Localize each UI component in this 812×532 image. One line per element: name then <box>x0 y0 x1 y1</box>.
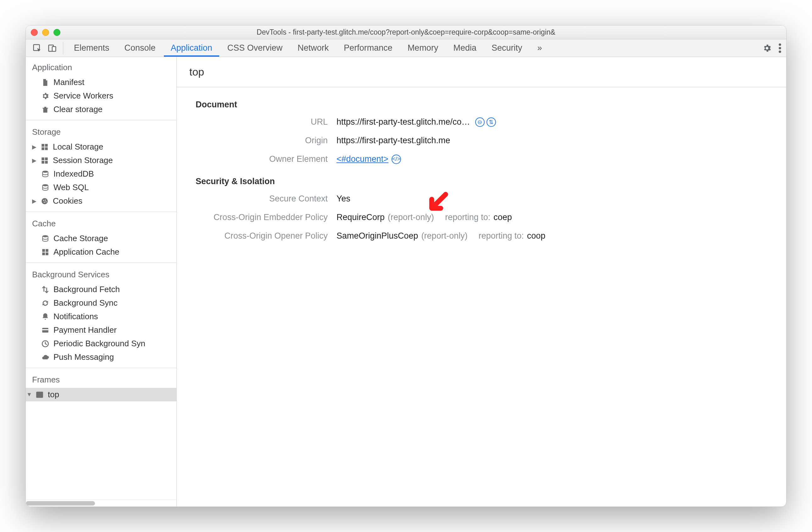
card-icon <box>41 326 50 335</box>
db-icon <box>41 234 50 243</box>
owner-element-link[interactable]: <#document> <box>336 154 388 164</box>
window-icon <box>35 390 44 399</box>
sidebar-item-web-sql[interactable]: Web SQL <box>26 181 176 194</box>
window-titlebar: DevTools - first-party-test.glitch.me/co… <box>26 26 786 39</box>
coop-reporting-label: reporting to: <box>479 231 524 241</box>
svg-point-9 <box>43 200 44 201</box>
db-icon <box>41 170 50 179</box>
reveal-element-icon[interactable]: </> <box>392 155 401 164</box>
cloud-icon <box>41 353 50 362</box>
tab-css-overview[interactable]: CSS Overview <box>220 39 290 57</box>
sidebar-item-application-cache[interactable]: Application Cache <box>26 245 176 259</box>
sidebar-item-session-storage[interactable]: ▶Session Storage <box>26 154 176 167</box>
bell-icon <box>41 312 50 321</box>
sidebar-item-periodic-background-syn[interactable]: Periodic Background Syn <box>26 337 176 350</box>
tab-memory[interactable]: Memory <box>401 39 445 57</box>
settings-icon[interactable] <box>762 43 772 53</box>
coep-mode: (report-only) <box>388 212 434 222</box>
coop-label: Cross-Origin Opener Policy <box>195 231 328 241</box>
sidebar-item-clear-storage[interactable]: Clear storage <box>26 103 176 116</box>
sidebar-item-label: IndexedDB <box>54 169 94 179</box>
devtools-window: DevTools - first-party-test.glitch.me/co… <box>26 25 786 507</box>
tab-network[interactable]: Network <box>291 39 336 57</box>
sidebar-item-label: Service Workers <box>54 91 113 101</box>
window-title: DevTools - first-party-test.glitch.me/co… <box>26 28 786 37</box>
coep-value: RequireCorp <box>336 212 385 222</box>
svg-rect-17 <box>37 392 43 397</box>
section-document-title: Document <box>195 100 786 110</box>
sidebar-group-storage: Storage <box>26 122 176 140</box>
sidebar-item-label: Web SQL <box>54 183 89 192</box>
coep-reporting-value: coep <box>493 212 512 222</box>
sidebar-group-frames: Frames <box>26 369 176 388</box>
sidebar-item-indexeddb[interactable]: IndexedDB <box>26 167 176 181</box>
svg-point-13 <box>42 235 48 237</box>
chevron-right-icon[interactable]: ▶ <box>31 157 37 164</box>
copy-url-icon[interactable]: ⊝ <box>475 117 484 127</box>
tab-application[interactable]: Application <box>164 39 219 57</box>
tab-security[interactable]: Security <box>484 39 529 57</box>
sidebar-item-label: Notifications <box>54 312 98 321</box>
sidebar-item-cookies[interactable]: ▶Cookies <box>26 194 176 208</box>
clock-icon <box>41 339 50 348</box>
tabs-overflow-button[interactable]: » <box>530 39 549 57</box>
svg-point-3 <box>779 43 781 46</box>
sidebar-item-label: Payment Handler <box>54 325 117 335</box>
tab-console[interactable]: Console <box>118 39 163 57</box>
sidebar-item-label: Session Storage <box>53 155 113 165</box>
sidebar-item-label: Background Fetch <box>54 284 120 294</box>
coop-value: SameOriginPlusCoep <box>336 231 418 241</box>
section-security-title: Security & Isolation <box>195 177 786 186</box>
sidebar-item-label: Clear storage <box>54 104 102 114</box>
sidebar-item-background-fetch[interactable]: Background Fetch <box>26 283 176 296</box>
sidebar-item-manifest[interactable]: Manifest <box>26 75 176 89</box>
sidebar-item-label: Cookies <box>53 196 83 206</box>
sync-icon <box>41 299 50 308</box>
sidebar-item-payment-handler[interactable]: Payment Handler <box>26 323 176 337</box>
svg-point-5 <box>779 51 781 53</box>
chevron-right-icon[interactable]: ▶ <box>31 143 37 151</box>
svg-point-12 <box>46 201 46 202</box>
reveal-in-network-icon[interactable]: ⇅ <box>487 117 496 127</box>
tab-elements[interactable]: Elements <box>67 39 116 57</box>
sidebar-group-application: Application <box>26 57 176 75</box>
sidebar-item-label: Push Messaging <box>54 352 114 362</box>
secure-context-label: Secure Context <box>195 194 328 204</box>
sidebar-item-cache-storage[interactable]: Cache Storage <box>26 232 176 245</box>
svg-point-10 <box>45 199 46 200</box>
coep-label: Cross-Origin Embedder Policy <box>195 212 328 222</box>
sidebar-item-notifications[interactable]: Notifications <box>26 310 176 323</box>
owner-element-label: Owner Element <box>195 154 328 164</box>
more-options-icon[interactable] <box>779 43 781 53</box>
sidebar-horizontal-scrollbar[interactable] <box>26 500 176 506</box>
chevron-right-icon[interactable]: ▶ <box>31 198 37 205</box>
sidebar-item-label: Application Cache <box>54 247 119 257</box>
chevron-down-icon[interactable]: ▼ <box>26 391 32 398</box>
url-value: https://first-party-test.glitch.me/co… <box>336 117 470 127</box>
grid-icon <box>40 143 49 151</box>
db-icon <box>41 183 50 192</box>
sidebar-item-background-sync[interactable]: Background Sync <box>26 296 176 310</box>
coop-mode: (report-only) <box>421 231 468 241</box>
sidebar-item-service-workers[interactable]: Service Workers <box>26 89 176 103</box>
cookie-icon <box>40 197 49 206</box>
svg-point-11 <box>44 201 45 202</box>
grid-icon <box>40 156 49 165</box>
coep-reporting-label: reporting to: <box>445 212 490 222</box>
tab-performance[interactable]: Performance <box>337 39 400 57</box>
svg-rect-2 <box>52 46 56 51</box>
sidebar-item-label: Background Sync <box>54 298 118 308</box>
device-toolbar-icon[interactable] <box>45 41 59 55</box>
application-main-panel: top Document URL https://first-party-tes… <box>177 57 786 506</box>
sidebar-item-label: Periodic Background Syn <box>54 339 145 349</box>
tab-media[interactable]: Media <box>446 39 483 57</box>
sidebar-item-push-messaging[interactable]: Push Messaging <box>26 350 176 364</box>
sidebar-item-top[interactable]: ▼top <box>26 388 176 401</box>
sidebar-item-label: Manifest <box>54 78 84 87</box>
updown-icon <box>41 285 50 294</box>
svg-point-6 <box>42 171 48 173</box>
svg-point-7 <box>42 184 48 186</box>
sidebar-item-local-storage[interactable]: ▶Local Storage <box>26 140 176 154</box>
frame-heading: top <box>177 57 786 87</box>
inspect-element-icon[interactable] <box>30 41 44 55</box>
